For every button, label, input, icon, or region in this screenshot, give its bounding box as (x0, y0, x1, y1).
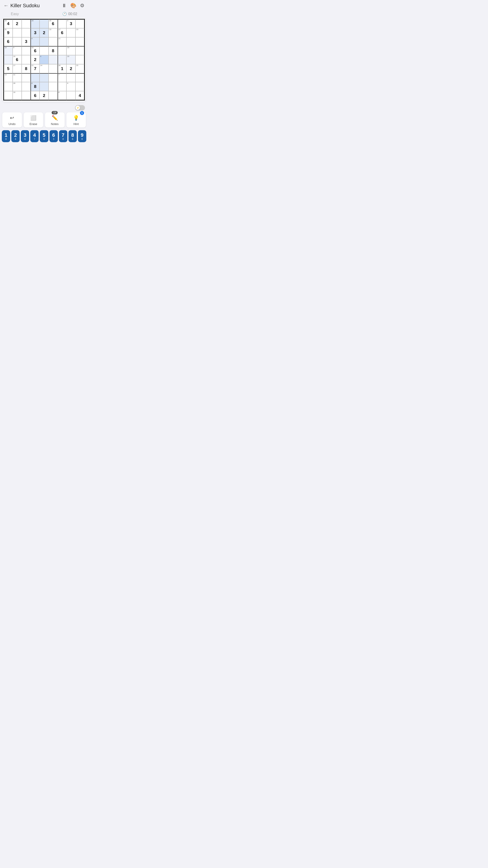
cell-0-2[interactable] (22, 19, 31, 28)
cell-7-8[interactable] (75, 82, 85, 91)
numpad-btn-4[interactable]: 47 (30, 130, 39, 142)
numpad-btn-7[interactable]: 78 (59, 130, 67, 142)
cell-0-4[interactable] (39, 19, 48, 28)
cell-3-1[interactable]: 5 (13, 46, 22, 55)
cell-2-2[interactable]: 3 (22, 37, 31, 46)
sudoku-grid[interactable]: 1942201564331932131761363911135226819106… (3, 19, 85, 101)
cell-1-4[interactable]: 2 (39, 28, 48, 37)
cell-4-5[interactable] (48, 55, 58, 64)
cell-1-3[interactable]: 3 (31, 28, 39, 37)
cell-2-1[interactable] (13, 37, 22, 46)
notes-button[interactable]: Off ✏️ Notes (45, 112, 65, 127)
cell-5-2[interactable]: 8 (22, 64, 31, 73)
cell-4-8[interactable] (75, 55, 85, 64)
cell-5-0[interactable]: 5 (4, 64, 13, 73)
hint-button[interactable]: 1 💡 Hint (66, 112, 86, 127)
cell-1-7[interactable] (66, 28, 75, 37)
palette-icon[interactable]: 🎨 (70, 3, 76, 8)
cell-3-2[interactable] (22, 46, 31, 55)
cell-7-3[interactable]: 88 (31, 82, 39, 91)
cell-4-4[interactable]: 4 (39, 55, 48, 64)
numpad-btn-5[interactable]: 58 (40, 130, 48, 142)
cell-3-6[interactable] (58, 46, 67, 55)
cell-6-4[interactable] (39, 73, 48, 82)
cell-6-0[interactable]: 13 (4, 73, 13, 82)
cell-4-6[interactable] (58, 55, 67, 64)
cell-2-8[interactable] (75, 37, 85, 46)
numpad-btn-6[interactable]: 63 (50, 130, 58, 142)
cell-0-8[interactable] (75, 19, 85, 28)
settings-icon[interactable]: ⚙ (80, 3, 85, 8)
cell-0-7[interactable]: 43 (66, 19, 75, 28)
toggle-switch[interactable]: ⚡ (75, 105, 85, 111)
cell-8-6[interactable]: 8 (58, 91, 67, 100)
cell-6-7[interactable] (66, 73, 75, 82)
cell-2-5[interactable] (48, 37, 58, 46)
cell-1-1[interactable] (13, 28, 22, 37)
cell-4-1[interactable]: 106 (13, 55, 22, 64)
cell-0-6[interactable] (58, 19, 67, 28)
cell-5-1[interactable]: 17 (13, 64, 22, 73)
cell-1-2[interactable] (22, 28, 31, 37)
cell-8-8[interactable]: 4 (75, 91, 85, 100)
cell-6-1[interactable]: 11 (13, 73, 22, 82)
cell-1-0[interactable]: 319 (4, 28, 13, 37)
pause-icon[interactable]: ⏸ (62, 3, 67, 8)
cell-8-1[interactable]: 16 (13, 91, 22, 100)
cell-2-7[interactable] (66, 37, 75, 46)
cell-5-6[interactable]: 161 (58, 64, 67, 73)
cell-5-3[interactable]: 117 (31, 64, 39, 73)
cell-6-5[interactable] (48, 73, 58, 82)
cell-1-6[interactable]: 176 (58, 28, 67, 37)
numpad-btn-9[interactable]: 98 (78, 130, 86, 142)
cell-0-0[interactable]: 194 (4, 19, 13, 28)
cell-5-4[interactable]: 14 (39, 64, 48, 73)
cell-8-5[interactable] (48, 91, 58, 100)
cell-1-8[interactable]: 13 (75, 28, 85, 37)
cell-7-4[interactable] (39, 82, 48, 91)
erase-button[interactable]: ⬜ Erase (24, 112, 43, 127)
cell-0-5[interactable]: 156 (48, 19, 58, 28)
cell-6-6[interactable]: 7 (58, 73, 67, 82)
cell-3-5[interactable]: 8 (48, 46, 58, 55)
cell-8-0[interactable] (4, 91, 13, 100)
cell-3-0[interactable]: 13 (4, 46, 13, 55)
cell-5-8[interactable]: 15 (75, 64, 85, 73)
cell-7-7[interactable]: 6 (66, 82, 75, 91)
cell-4-3[interactable]: 2 (31, 55, 39, 64)
back-button[interactable]: ← (4, 3, 8, 8)
cell-3-8[interactable] (75, 46, 85, 55)
cell-8-4[interactable]: 2 (39, 91, 48, 100)
cell-6-3[interactable] (31, 73, 39, 82)
numpad-btn-8[interactable]: 86 (68, 130, 77, 142)
cell-5-5[interactable] (48, 64, 58, 73)
cell-2-0[interactable]: 6 (4, 37, 13, 46)
cell-7-1[interactable]: 28 (13, 82, 22, 91)
cell-3-4[interactable] (39, 46, 48, 55)
cell-6-2[interactable] (22, 73, 31, 82)
cell-2-3[interactable]: 9 (31, 37, 39, 46)
cell-4-2[interactable] (22, 55, 31, 64)
cell-0-1[interactable]: 2 (13, 19, 22, 28)
undo-button[interactable]: ↩ Undo (2, 112, 22, 127)
cell-3-3[interactable]: 226 (31, 46, 39, 55)
cell-8-2[interactable] (22, 91, 31, 100)
numpad-btn-2[interactable]: 24 (11, 130, 20, 142)
cell-7-0[interactable] (4, 82, 13, 91)
cell-7-6[interactable] (58, 82, 67, 91)
cell-5-7[interactable]: 2 (66, 64, 75, 73)
cell-4-0[interactable] (4, 55, 13, 64)
numpad-btn-1[interactable]: 18 (2, 130, 10, 142)
cell-3-7[interactable]: 19 (66, 46, 75, 55)
cell-8-7[interactable] (66, 91, 75, 100)
cell-8-3[interactable]: 6 (31, 91, 39, 100)
cell-0-3[interactable]: 20 (31, 19, 39, 28)
cell-7-2[interactable] (22, 82, 31, 91)
cell-2-4[interactable] (39, 37, 48, 46)
cell-4-7[interactable]: 10 (66, 55, 75, 64)
cell-1-5[interactable]: 13 (48, 28, 58, 37)
cell-7-5[interactable] (48, 82, 58, 91)
cell-2-6[interactable]: 11 (58, 37, 67, 46)
cell-6-8[interactable] (75, 73, 85, 82)
numpad-btn-3[interactable]: 36 (21, 130, 29, 142)
